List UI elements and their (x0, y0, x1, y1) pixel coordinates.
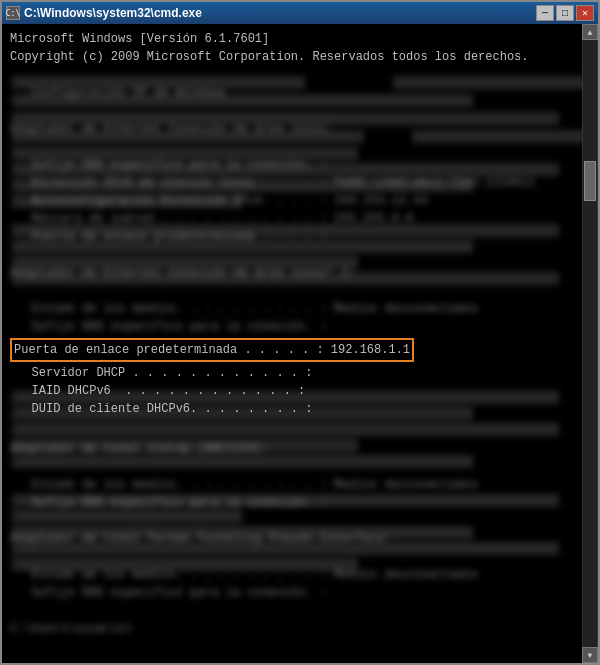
console-area[interactable]: Microsoft Windows [Versión 6.1.7601] Cop… (2, 24, 598, 663)
window-title: C:\Windows\system32\cmd.exe (24, 6, 202, 20)
scrollbar[interactable]: ▲ ▼ (582, 24, 598, 663)
close-button[interactable]: ✕ (576, 5, 594, 21)
title-bar-left: C:\ C:\Windows\system32\cmd.exe (6, 6, 202, 20)
window-controls: ─ □ ✕ (536, 5, 594, 21)
iaid-dhcpv6-line: IAID DHCPv6 . . . . . . . . . . . . : (10, 382, 590, 400)
title-bar: C:\ C:\Windows\system32\cmd.exe ─ □ ✕ (2, 2, 598, 24)
scroll-track[interactable] (583, 40, 597, 647)
copyright-line: Copyright (c) 2009 Microsoft Corporation… (10, 48, 590, 66)
windows-version-line: Microsoft Windows [Versión 6.1.7601] (10, 30, 590, 48)
scroll-down-arrow[interactable]: ▼ (582, 647, 598, 663)
duid-dhcpv6-line: DUID de cliente DHCPv6. . . . . . . . : (10, 400, 590, 418)
dhcp-server-line: Servidor DHCP . . . . . . . . . . . . : (10, 364, 590, 382)
highlighted-gateway-row: Puerta de enlace predeterminada . . . . … (10, 338, 590, 362)
minimize-button[interactable]: ─ (536, 5, 554, 21)
maximize-button[interactable]: □ (556, 5, 574, 21)
gateway-highlight: Puerta de enlace predeterminada . . . . … (10, 338, 414, 362)
blurred-bottom: Adaptador de túnel isatap.{ABC1234}: Est… (10, 422, 590, 656)
console-content: Microsoft Windows [Versión 6.1.7601] Cop… (2, 24, 598, 663)
scroll-thumb[interactable] (584, 161, 596, 201)
cmd-window: C:\ C:\Windows\system32\cmd.exe ─ □ ✕ (0, 0, 600, 665)
cmd-icon: C:\ (6, 6, 20, 20)
blurred-middle: Configuración IP de Windows Adaptador de… (10, 66, 590, 336)
scroll-up-arrow[interactable]: ▲ (582, 24, 598, 40)
